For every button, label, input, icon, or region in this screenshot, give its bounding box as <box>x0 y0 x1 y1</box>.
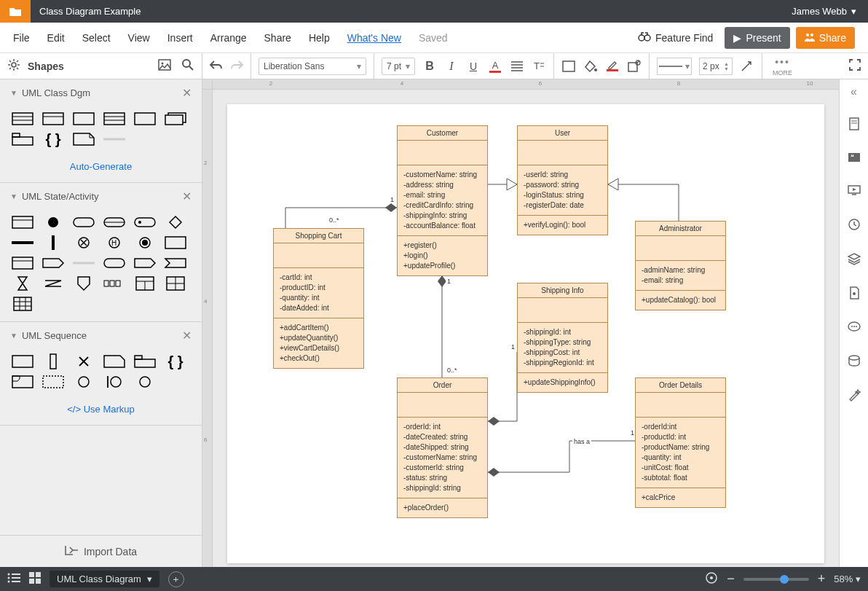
shape-object[interactable] <box>10 354 35 369</box>
shape-send[interactable] <box>41 256 66 270</box>
zoom-out-button[interactable]: − <box>727 571 735 587</box>
share-button[interactable]: Share <box>796 27 855 49</box>
fill-bucket-button[interactable] <box>583 59 598 74</box>
add-page-button[interactable]: ＋ <box>168 571 184 587</box>
shape-line2[interactable] <box>71 256 96 270</box>
shape-activation[interactable] <box>41 354 66 369</box>
class-customer[interactable]: Customer -customerName: string -address:… <box>397 125 488 276</box>
italic-button[interactable]: I <box>444 59 459 74</box>
page-tab[interactable]: UML Class Diagram ▾ <box>50 571 159 587</box>
shape-class[interactable] <box>10 111 35 126</box>
menu-select[interactable]: Select <box>82 32 111 44</box>
shape-table2[interactable] <box>133 276 157 291</box>
shape-bar-v[interactable] <box>41 235 66 250</box>
menu-edit[interactable]: Edit <box>47 32 65 44</box>
class-administrator[interactable]: Administrator -adminName: string -email:… <box>635 221 726 310</box>
shape-rect[interactable] <box>163 235 188 250</box>
diagram-page[interactable]: 0..* 1 1 0..* 1 1 has a Customer -custom… <box>227 104 824 563</box>
class-shopping-cart[interactable]: Shopping Cart -cartId: int -productID: i… <box>273 228 364 369</box>
shape-initial[interactable] <box>41 215 66 230</box>
shape-pill4[interactable] <box>102 256 127 270</box>
redo-icon[interactable] <box>230 60 243 72</box>
zoom-level[interactable]: 58% ▾ <box>834 574 861 584</box>
shape-package2[interactable] <box>133 354 157 369</box>
search-icon[interactable] <box>181 58 194 74</box>
text-options-button[interactable]: T <box>532 59 546 74</box>
border-color-button[interactable] <box>605 59 620 74</box>
shape-note2[interactable] <box>102 354 127 369</box>
bold-button[interactable]: B <box>422 59 437 74</box>
shape-table3[interactable] <box>10 297 35 311</box>
shape-signal-recv[interactable] <box>163 256 188 270</box>
class-order-details[interactable]: Order Details -orderId:int -productId: i… <box>635 377 726 508</box>
canvas[interactable]: 2 4 6 8 10 2 4 6 <box>202 79 839 567</box>
shape-signal-send[interactable] <box>133 256 157 270</box>
list-view-icon[interactable] <box>7 573 20 585</box>
shape-decision[interactable] <box>163 215 188 230</box>
user-menu[interactable]: James Webb ▾ <box>792 6 868 17</box>
shape-multi[interactable] <box>163 111 188 126</box>
shape-circle-bar[interactable] <box>102 375 127 389</box>
shape-line[interactable] <box>102 132 127 146</box>
menu-arrange[interactable]: Arrange <box>210 32 247 44</box>
shape-note[interactable] <box>71 132 96 146</box>
auto-generate-link[interactable]: Auto-Generate <box>0 157 202 182</box>
class-order[interactable]: Order -orderId: int -dateCreated: string… <box>397 377 488 518</box>
font-selector[interactable]: Liberation Sans▾ <box>259 58 366 75</box>
shape-pill2[interactable] <box>102 215 127 230</box>
layers-icon[interactable] <box>848 253 861 267</box>
image-icon[interactable] <box>158 59 171 73</box>
shape-destroy[interactable] <box>71 354 96 369</box>
more-button[interactable]: ••• MORE <box>762 53 802 79</box>
shape-z[interactable] <box>41 276 66 291</box>
shape-interface[interactable] <box>71 111 96 126</box>
shape-x-circle[interactable] <box>71 235 96 250</box>
menu-whats-new[interactable]: What's New <box>347 32 401 44</box>
shape-class2[interactable] <box>102 111 127 126</box>
collapse-icon[interactable]: « <box>851 85 857 98</box>
shape-simple-class[interactable] <box>41 111 66 126</box>
present-button[interactable]: ▶ Present <box>725 27 789 49</box>
panel-header-uml-class[interactable]: ▼ UML Class Dgm ✕ <box>0 79 202 106</box>
menu-share[interactable]: Share <box>264 32 291 44</box>
zoom-slider[interactable] <box>743 578 809 581</box>
shape-options-button[interactable] <box>627 59 642 74</box>
class-shipping-info[interactable]: Shipping Info -shippingId: int -shipping… <box>517 283 608 393</box>
shape-simple-class2[interactable] <box>133 111 157 126</box>
menu-file[interactable]: File <box>13 32 30 44</box>
shape-grid[interactable] <box>163 276 188 291</box>
shape-dashed[interactable] <box>41 375 66 389</box>
undo-icon[interactable] <box>210 60 223 72</box>
shape-region[interactable] <box>10 256 35 270</box>
shape-braces2[interactable]: { } <box>163 354 188 369</box>
shape-package[interactable] <box>10 132 35 146</box>
align-button[interactable] <box>510 59 524 74</box>
text-color-button[interactable]: A <box>488 59 502 74</box>
panel-header-uml-sequence[interactable]: ▼ UML Sequence ✕ <box>0 322 202 348</box>
shape-h-circle[interactable]: H <box>102 235 127 250</box>
line-width-selector[interactable]: 2 px▲▼ <box>699 58 733 75</box>
shape-fill-button[interactable] <box>561 59 576 74</box>
font-size-selector[interactable]: 7 pt▾ <box>382 58 415 75</box>
shape-final[interactable] <box>133 235 157 250</box>
line-arrow-button[interactable] <box>740 59 754 74</box>
fullscreen-icon[interactable] <box>849 59 861 73</box>
menu-insert[interactable]: Insert <box>167 32 193 44</box>
document-title[interactable]: Class Diagram Example <box>31 6 141 17</box>
panel-header-uml-state[interactable]: ▼ UML State/Activity ✕ <box>0 183 202 209</box>
target-icon[interactable] <box>705 571 718 587</box>
menu-help[interactable]: Help <box>309 32 330 44</box>
class-user[interactable]: User -userId: string -password: string -… <box>517 125 608 235</box>
underline-button[interactable]: U <box>466 59 481 74</box>
gear-icon[interactable] <box>7 58 20 74</box>
close-icon[interactable]: ✕ <box>182 189 192 203</box>
shape-circle-small[interactable] <box>71 375 96 389</box>
feature-find[interactable]: Feature Find <box>638 31 713 44</box>
shape-pill3[interactable] <box>133 215 157 230</box>
import-data-button[interactable]: Import Data <box>0 535 202 567</box>
data-icon[interactable] <box>848 355 861 369</box>
shape-fragment[interactable] <box>10 375 35 389</box>
use-markup-link[interactable]: </> Use Markup <box>0 399 202 425</box>
chat-icon[interactable] <box>848 321 861 336</box>
shape-shield[interactable] <box>71 276 96 291</box>
